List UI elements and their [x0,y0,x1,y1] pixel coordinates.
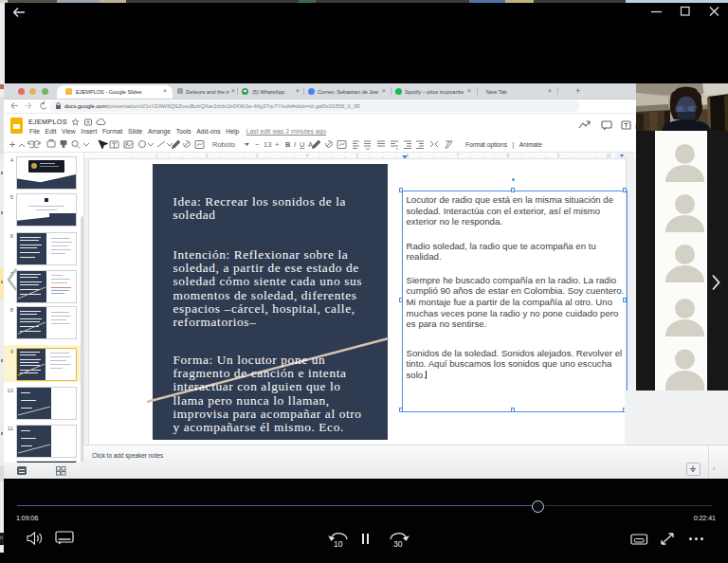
svg-text:−: − [255,140,260,149]
svg-text:U: U [300,140,304,149]
svg-text:10: 10 [334,539,343,549]
svg-text:13: 13 [264,140,271,149]
svg-text:30: 30 [393,539,403,549]
svg-text:B: B [285,140,291,149]
svg-text:I: I [294,140,296,149]
svg-text:Roboto: Roboto [212,140,235,149]
svg-text:+: + [275,140,280,149]
